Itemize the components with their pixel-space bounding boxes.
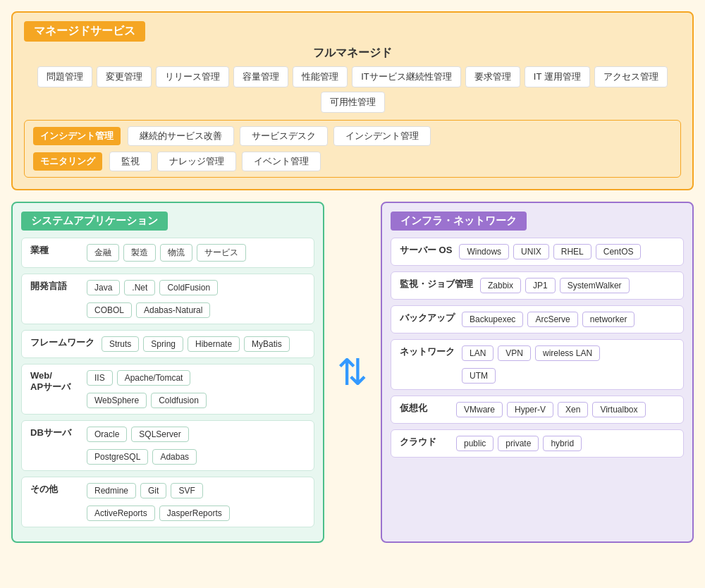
- incident-sub-item: 継続的サービス改善: [128, 126, 234, 146]
- service-item: 問題管理: [37, 66, 92, 87]
- tag: PostgreSQL: [87, 449, 148, 465]
- infra-column: インフラ・ネットワーク サーバー OSWindowsUNIXRHELCentOS…: [381, 202, 694, 543]
- infra-category-row: クラウドpublicprivatehybrid: [391, 429, 684, 458]
- tag: Hibernate: [188, 336, 240, 352]
- category-row: 業種金融製造物流サービス: [21, 238, 314, 268]
- infra-tag: UNIX: [513, 244, 549, 259]
- monitoring-items: 監視ナレッジ管理イベント管理: [109, 152, 321, 171]
- infra-tag-group: BackupexecArcServenetworker: [462, 312, 675, 327]
- arrow-area: ⇅: [333, 202, 372, 543]
- tag-line: ActiveReportsJasperReports: [87, 506, 305, 521]
- infra-tag: hybrid: [543, 436, 582, 451]
- category-row: その他RedmineGitSVFActiveReportsJasperRepor…: [21, 477, 314, 527]
- tag: ColdFusion: [159, 280, 218, 295]
- infra-categories: サーバー OSWindowsUNIXRHELCentOS監視・ジョブ管理Zabb…: [391, 238, 684, 458]
- tag-group: 金融製造物流サービス: [87, 244, 305, 262]
- tag: MyBatis: [244, 336, 290, 352]
- sys-app-title: システムアプリケーション: [21, 212, 168, 231]
- tag-line: COBOLAdabas-Natural: [87, 302, 305, 318]
- tag: IIS: [87, 370, 113, 386]
- infra-tag: VMware: [456, 402, 503, 417]
- infra-tag: wireless LAN: [535, 345, 600, 361]
- tag: Struts: [102, 336, 139, 352]
- service-item: 要求管理: [465, 66, 520, 87]
- tag-line: RedmineGitSVF: [87, 483, 305, 498]
- tag: Java: [87, 280, 120, 295]
- infra-category-row: サーバー OSWindowsUNIXRHELCentOS: [391, 238, 684, 266]
- tag: .Net: [124, 280, 155, 295]
- tag-line: PostgreSQLAdabas: [87, 449, 305, 465]
- infra-category-label: クラウド: [400, 436, 449, 448]
- infra-tag-group: publicprivatehybrid: [456, 436, 675, 451]
- category-row: フレームワークStrutsSpringHibernateMyBatis: [21, 330, 314, 358]
- service-item: 性能管理: [293, 66, 348, 87]
- bottom-section: システムアプリケーション 業種金融製造物流サービス開発言語Java.NetCol…: [11, 202, 694, 543]
- tag: SQLServer: [131, 427, 188, 442]
- infra-tag-group: ZabbixJP1SystemWalker: [480, 278, 675, 293]
- infra-tag-line: UTM: [462, 368, 675, 384]
- tag: 製造: [123, 244, 156, 262]
- monitoring-sub-item: ナレッジ管理: [157, 152, 236, 171]
- monitoring-sub-item: 監視: [109, 152, 152, 171]
- infra-category-row: ネットワークLANVPNwireless LANUTM: [391, 339, 684, 390]
- tag-group: StrutsSpringHibernateMyBatis: [102, 336, 305, 352]
- infra-tag: private: [498, 436, 539, 451]
- infra-category-label: バックアップ: [400, 312, 455, 324]
- tag-line: Java.NetColdFusion: [87, 280, 305, 295]
- category-label: Web/ APサーバ: [30, 370, 80, 393]
- infra-tag: ArcServe: [527, 312, 577, 327]
- monitoring-label: モニタリング: [33, 152, 102, 171]
- infra-tag: LAN: [462, 345, 494, 361]
- infra-tag-line: BackupexecArcServenetworker: [462, 312, 675, 327]
- infra-tag: CentOS: [596, 244, 642, 259]
- tag: サービス: [197, 244, 246, 262]
- service-item: アクセス管理: [594, 66, 668, 87]
- infra-tag: Hyper-V: [507, 402, 553, 417]
- tag: Adabas-Natural: [136, 302, 210, 318]
- infra-category-label: サーバー OS: [400, 244, 452, 257]
- category-label: その他: [30, 483, 80, 496]
- tag-line: IISApache/Tomcat: [87, 370, 305, 386]
- full-managed-title: フルマネージド: [24, 46, 681, 61]
- incident-row: インシデント管理 継続的サービス改善サービスデスクインシデント管理: [33, 126, 672, 146]
- tag: SVF: [171, 483, 202, 498]
- infra-tag: Zabbix: [480, 278, 521, 293]
- monitoring-sub-item: イベント管理: [242, 152, 321, 171]
- infra-tag: SystemWalker: [560, 278, 630, 293]
- tag-line: 金融製造物流サービス: [87, 244, 305, 262]
- tag: ActiveReports: [87, 506, 155, 521]
- sys-app-column: システムアプリケーション 業種金融製造物流サービス開発言語Java.NetCol…: [11, 202, 324, 543]
- tag: 金融: [87, 244, 119, 262]
- tag: Redmine: [87, 483, 136, 498]
- infra-category-label: ネットワーク: [400, 345, 455, 358]
- category-row: Web/ APサーバIISApache/TomcatWebSphereColdf…: [21, 364, 314, 415]
- infra-tag: RHEL: [553, 244, 591, 259]
- service-item: 容量管理: [233, 66, 288, 87]
- infra-tag: Backupexec: [462, 312, 523, 327]
- incident-items: 継続的サービス改善サービスデスクインシデント管理: [128, 126, 431, 146]
- infra-category-label: 監視・ジョブ管理: [400, 278, 473, 290]
- infra-category-label: 仮想化: [400, 402, 449, 415]
- infra-tag: VPN: [498, 345, 531, 361]
- service-item: IT 運用管理: [525, 66, 590, 87]
- tag-group: IISApache/TomcatWebSphereColdfusion: [87, 370, 305, 408]
- tag-group: Java.NetColdFusionCOBOLAdabas-Natural: [87, 280, 305, 318]
- tag: Adabas: [152, 449, 197, 465]
- service-item: リリース管理: [156, 66, 229, 87]
- managed-services-section: マネージドサービス フルマネージド 問題管理変更管理リリース管理容量管理性能管理…: [11, 11, 694, 190]
- category-label: 開発言語: [30, 280, 80, 293]
- tag-group: OracleSQLServerPostgreSQLAdabas: [87, 427, 305, 465]
- tag: WebSphere: [87, 393, 147, 408]
- infra-tag-line: publicprivatehybrid: [456, 436, 675, 451]
- tag: JasperReports: [159, 506, 230, 521]
- category-label: フレームワーク: [30, 336, 94, 349]
- tag: Git: [140, 483, 166, 498]
- service-item: 可用性管理: [321, 92, 385, 113]
- infra-title: インフラ・ネットワーク: [391, 212, 527, 231]
- tag-line: WebSphereColdfusion: [87, 393, 305, 408]
- tag-group: RedmineGitSVFActiveReportsJasperReports: [87, 483, 305, 521]
- bidirectional-arrow-icon: ⇅: [337, 354, 368, 391]
- infra-tag-line: VMwareHyper-VXenVirtualbox: [456, 402, 675, 417]
- service-item: ITサービス継続性管理: [352, 66, 461, 87]
- category-row: 開発言語Java.NetColdFusionCOBOLAdabas-Natura…: [21, 274, 314, 324]
